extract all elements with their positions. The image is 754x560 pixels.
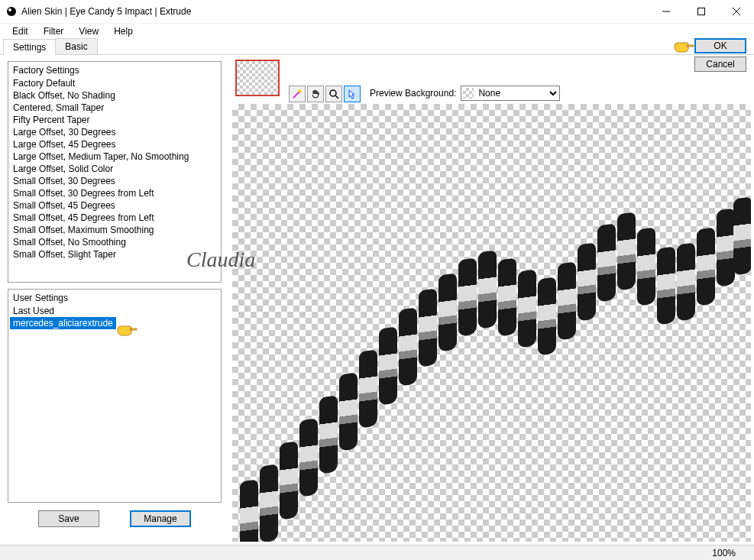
preview-toolbar: Preview Background: None — [229, 55, 754, 101]
right-panel: Preview Background: None — [229, 55, 754, 545]
factory-item[interactable]: Large Offset, 45 Degrees — [10, 138, 219, 151]
factory-item[interactable]: Large Offset, Solid Color — [10, 163, 219, 175]
tab-strip: Settings Basic — [0, 38, 754, 55]
title-bar: Alien Skin | Eye Candy 5 Impact | Extrud… — [0, 0, 754, 23]
left-panel-buttons: Save Manage — [8, 510, 222, 527]
svg-point-8 — [330, 90, 336, 96]
status-bar: 100% — [0, 545, 754, 560]
tab-settings[interactable]: Settings — [3, 39, 56, 55]
left-panel: Factory Settings Factory Default Black O… — [0, 55, 229, 545]
factory-item[interactable]: Centered, Small Taper — [10, 102, 219, 114]
svg-point-0 — [7, 7, 16, 16]
svg-line-6 — [293, 92, 299, 98]
factory-item[interactable]: Small Offset, Maximum Smoothing — [10, 224, 219, 236]
factory-item[interactable]: Black Offset, No Shading — [10, 89, 219, 102]
factory-item[interactable]: Small Offset, 45 Degrees — [10, 199, 219, 212]
zoom-tool-icon[interactable] — [325, 86, 342, 102]
user-item[interactable]: Last Used — [10, 305, 219, 317]
svg-rect-3 — [698, 8, 705, 15]
preview-thumbnail[interactable] — [235, 60, 280, 96]
menu-filter[interactable]: Filter — [36, 24, 72, 38]
factory-item[interactable]: Small Offset, No Smoothing — [10, 236, 219, 248]
factory-item[interactable]: Small Offset, Slight Taper — [10, 248, 219, 261]
preview-canvas[interactable] — [232, 104, 751, 542]
app-icon — [6, 6, 17, 17]
preview-background-control: Preview Background: None — [370, 86, 560, 101]
user-settings-list[interactable]: User Settings Last Used mercedes_aliciar… — [8, 289, 222, 503]
factory-item[interactable]: Small Offset, 30 Degrees — [10, 175, 219, 187]
hand-tool-icon[interactable] — [307, 86, 324, 102]
window-title: Alien Skin | Eye Candy 5 Impact | Extrud… — [21, 6, 649, 17]
user-item-selected[interactable]: mercedes_aliciarextrude — [10, 317, 116, 329]
factory-item[interactable]: Small Offset, 45 Degrees from Left — [10, 212, 219, 224]
zoom-level: 100% — [712, 548, 736, 558]
manage-button[interactable]: Manage — [130, 510, 191, 527]
maximize-button[interactable] — [684, 0, 719, 23]
factory-settings-list[interactable]: Factory Settings Factory Default Black O… — [8, 61, 222, 283]
ok-button[interactable]: OK — [694, 38, 746, 53]
cancel-button[interactable]: Cancel — [694, 57, 746, 72]
menu-help[interactable]: Help — [106, 24, 141, 38]
dialog-action-buttons: OK Cancel — [694, 38, 746, 72]
menu-view[interactable]: View — [71, 24, 106, 38]
svg-point-7 — [299, 89, 302, 92]
preview-bg-label: Preview Background: — [370, 88, 456, 99]
factory-item[interactable]: Large Offset, 30 Degrees — [10, 126, 219, 138]
menu-edit[interactable]: Edit — [5, 24, 36, 38]
factory-item[interactable]: Fifty Percent Taper — [10, 114, 219, 126]
minimize-button[interactable] — [649, 0, 684, 23]
close-button[interactable] — [719, 0, 754, 23]
factory-settings-header: Factory Settings — [10, 63, 219, 77]
svg-point-1 — [8, 8, 11, 11]
window-buttons — [649, 0, 754, 23]
svg-line-9 — [335, 95, 338, 99]
factory-item[interactable]: Factory Default — [10, 77, 219, 89]
wand-tool-icon[interactable] — [289, 86, 306, 102]
user-settings-header: User Settings — [10, 291, 219, 305]
pointer-tool-icon[interactable] — [344, 86, 361, 102]
factory-item[interactable]: Large Offset, Medium Taper, No Smoothing — [10, 151, 219, 163]
menu-bar: Edit Filter View Help — [0, 23, 754, 38]
main-area: Factory Settings Factory Default Black O… — [0, 55, 754, 545]
tab-basic[interactable]: Basic — [55, 38, 97, 54]
tool-group — [289, 86, 361, 102]
save-button[interactable]: Save — [38, 510, 99, 527]
factory-item[interactable]: Small Offset, 30 Degrees from Left — [10, 187, 219, 199]
preview-bg-select[interactable]: None — [461, 86, 560, 101]
